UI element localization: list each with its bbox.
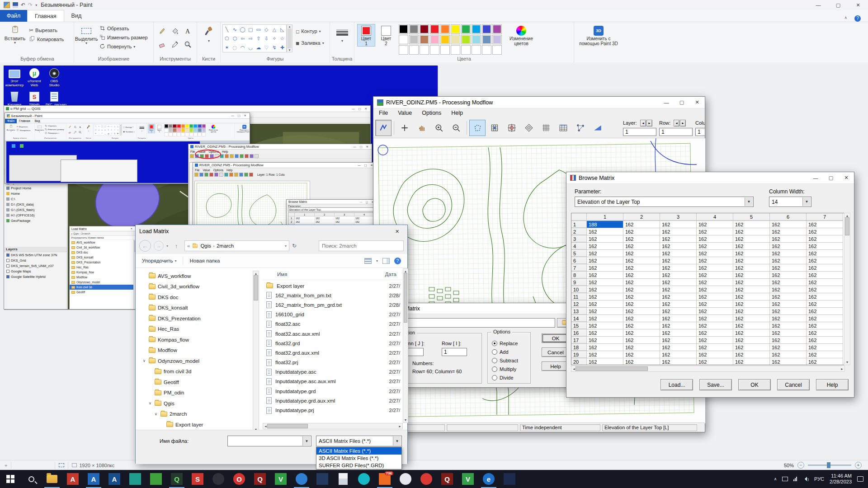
- browse-minimize-button[interactable]: —: [808, 172, 823, 183]
- file-dialog[interactable]: Load Matrix ✕ ← → ▾ ↑ « Qgis › 2march ▾ …: [135, 225, 408, 464]
- palette-empty-slot[interactable]: [409, 45, 419, 55]
- mini-tree-item-dks-doc[interactable]: DKS doc: [70, 250, 136, 255]
- pencil-tool-button[interactable]: [156, 25, 168, 38]
- volume-icon[interactable]: ): [802, 477, 809, 481]
- modflow-menu-file[interactable]: File: [379, 110, 388, 117]
- row-header-19[interactable]: 19: [571, 351, 587, 358]
- matrix-vscrollbar[interactable]: ▲▼: [844, 213, 850, 365]
- edit-colors-button[interactable]: Изменениецветов: [208, 124, 219, 133]
- close-button[interactable]: ✕: [848, 0, 868, 10]
- matrix-cell-r8c7[interactable]: 162: [807, 272, 843, 279]
- matrix-cell-r7c4[interactable]: 162: [697, 264, 733, 272]
- palette-swatch-13[interactable]: [430, 35, 439, 44]
- palette-empty-slot[interactable]: [177, 132, 180, 136]
- matrix-cell-r7c5[interactable]: 162: [733, 264, 770, 272]
- matrix-cell-r4c4[interactable]: 162: [697, 243, 733, 250]
- matrix-cell-r8c6[interactable]: 162: [770, 272, 807, 279]
- palette-empty-slot[interactable]: [472, 45, 481, 55]
- palette-empty-slot[interactable]: [189, 132, 193, 136]
- parameter-combo[interactable]: Elevation of the Layer Top▼: [575, 197, 754, 207]
- grid-table-tool-button[interactable]: [555, 120, 571, 136]
- taskbar-app-app-a-red[interactable]: A: [62, 470, 83, 488]
- browser-item-6[interactable]: G:\ (DKS_flash): [4, 207, 67, 212]
- tree-item-export-layer[interactable]: Export layer: [136, 419, 253, 430]
- matrix-cell-r10c4[interactable]: 162: [697, 286, 733, 293]
- matrix-cell-r16c7[interactable]: 162: [807, 329, 843, 337]
- column-header-6[interactable]: 6: [770, 213, 807, 221]
- cancel-button[interactable]: Cancel: [777, 379, 810, 390]
- matrix-cell-r15c4[interactable]: 162: [697, 322, 733, 329]
- six-point-star-shape[interactable]: ✶: [223, 43, 231, 52]
- modflow-menu-options[interactable]: Options: [422, 110, 441, 117]
- mini-tree-item-civil_3d_workflow[interactable]: Civil_3d_workflow: [70, 245, 136, 250]
- tree-item-dks-doc[interactable]: DKS doc: [136, 292, 253, 303]
- taskbar-app-browser-blue[interactable]: [291, 470, 312, 488]
- cross-shape[interactable]: ✚: [116, 131, 119, 135]
- toolbar-icon[interactable]: [219, 173, 223, 177]
- mini-tree-item-odynzowo_model[interactable]: Odynzowo_model: [70, 280, 136, 285]
- browser-item-5[interactable]: D:\ (DKS_data): [4, 202, 67, 207]
- minimize-button[interactable]: —: [808, 0, 828, 10]
- palette-swatch-0[interactable]: [165, 124, 168, 128]
- palette-swatch-3[interactable]: [430, 24, 439, 34]
- matrix-cell-r14c5[interactable]: 162: [733, 315, 770, 322]
- grid-diamond-tool-button[interactable]: [521, 120, 537, 136]
- crop-button[interactable]: Обрезать: [45, 124, 64, 128]
- matrix-cell-r2c1[interactable]: 162: [587, 228, 623, 235]
- matrix-cell-r10c2[interactable]: 162: [623, 286, 660, 293]
- palette-swatch-8[interactable]: [198, 124, 201, 128]
- taskbar-app-app-green[interactable]: [146, 470, 166, 488]
- matrix-cell-r9c1[interactable]: 162: [587, 279, 623, 286]
- file-row-float32-grd[interactable]: float32.grd2/27/: [263, 338, 403, 348]
- matrix-hscrollbar[interactable]: ◄►: [571, 366, 845, 372]
- matrix-cell-r11c6[interactable]: 162: [770, 293, 807, 300]
- organize-button[interactable]: Упорядочить▾: [142, 258, 176, 263]
- matrix-cell-r18c5[interactable]: 162: [733, 344, 770, 351]
- palette-swatch-3[interactable]: [177, 124, 180, 128]
- palette-swatch-10[interactable]: [399, 35, 408, 44]
- matrix-cell-r19c4[interactable]: 162: [697, 351, 733, 358]
- color2-button[interactable]: Цвет2: [156, 124, 163, 133]
- matrix-cell-r4c1[interactable]: 162: [587, 243, 623, 250]
- matrix-cell-r15c7[interactable]: 162: [807, 322, 843, 329]
- grid-fine-tool-button[interactable]: [538, 120, 554, 136]
- pentagon-shape[interactable]: ⬠: [94, 128, 97, 131]
- matrix-cell-r1c4[interactable]: 162: [697, 221, 733, 228]
- four-point-star-shape[interactable]: ✧: [270, 34, 278, 43]
- matrix-cell-r19c7[interactable]: 162: [807, 351, 843, 358]
- paint3d-button[interactable]: 3D Изменить спомощью Paint 3D: [236, 124, 250, 133]
- toolbar-icon[interactable]: [240, 154, 244, 158]
- matrix-cell-r12c4[interactable]: 162: [697, 300, 733, 308]
- matrix-cell-r5c4[interactable]: 162: [697, 250, 733, 257]
- load-button[interactable]: Load...: [660, 379, 693, 390]
- taskbar-app-paint-orange[interactable]: 736: [374, 470, 395, 488]
- matrix-cell-r5c1[interactable]: 162: [587, 250, 623, 257]
- palette-swatch-14[interactable]: [440, 35, 450, 44]
- line-shape[interactable]: ╲: [223, 25, 231, 34]
- modflow-row-field[interactable]: 1: [659, 128, 693, 136]
- row-header-9[interactable]: 9: [571, 279, 587, 286]
- row-header-16[interactable]: 16: [571, 329, 587, 337]
- row-header-1[interactable]: 1: [571, 221, 587, 228]
- matrix-cell-r20c1[interactable]: 162: [587, 358, 623, 365]
- column-width-combo[interactable]: 14▼: [769, 197, 811, 207]
- column-header-1[interactable]: 1: [587, 213, 623, 221]
- file-row-inputdatatype-grd[interactable]: Inputdatatype.grd2/27/: [263, 386, 403, 396]
- taskbar-app-app-v-green2[interactable]: V: [458, 470, 478, 488]
- palette-swatch-5[interactable]: [185, 124, 189, 128]
- matrix-cell-r10c6[interactable]: 162: [770, 286, 807, 293]
- palette-swatch-6[interactable]: [189, 124, 193, 128]
- matrix-cell-r15c2[interactable]: 162: [623, 322, 660, 329]
- column-header-name[interactable]: Имя: [263, 272, 287, 277]
- matrix-cell-r14c4[interactable]: 162: [697, 315, 733, 322]
- desktop-icon-computer[interactable]: Этот компьютер: [5, 67, 24, 87]
- palette-swatch-16[interactable]: [189, 128, 193, 132]
- color-picker-tool-button[interactable]: [169, 38, 181, 51]
- toolbar-icon[interactable]: [194, 173, 198, 177]
- file-row-inputdatatype-asc[interactable]: Inputdatatype.asc2/27/: [263, 367, 403, 377]
- collapse-ribbon-icon[interactable]: ∧: [844, 15, 847, 22]
- mini-modflow-menu-file[interactable]: File: [195, 169, 199, 172]
- toolbar-icon[interactable]: [199, 173, 203, 177]
- matrix-cell-r18c7[interactable]: 162: [807, 344, 843, 351]
- matrix-cell-r2c3[interactable]: 162: [660, 228, 697, 235]
